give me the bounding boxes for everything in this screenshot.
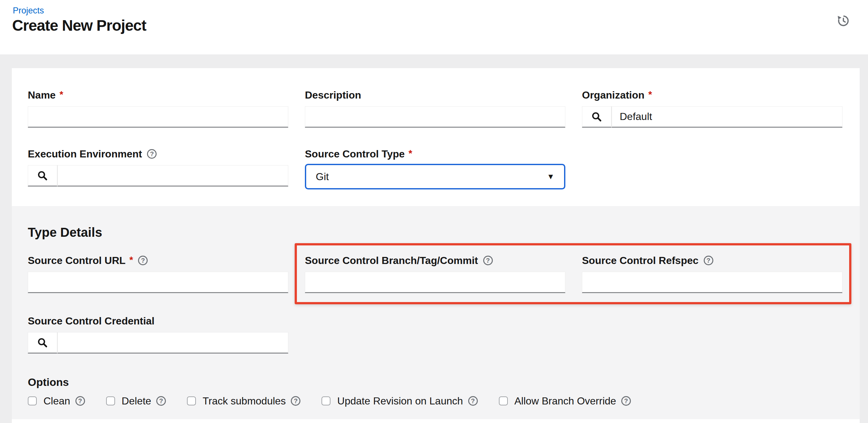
required-asterisk: * bbox=[129, 254, 133, 265]
required-asterisk: * bbox=[408, 148, 412, 159]
source-control-url-field-group: Source Control URL * ? bbox=[28, 255, 288, 293]
page-title: Create New Project bbox=[12, 17, 146, 34]
allow-branch-override-checkbox[interactable] bbox=[499, 396, 508, 405]
source-control-branch-label: Source Control Branch/Tag/Commit bbox=[305, 255, 478, 266]
delete-checkbox[interactable] bbox=[106, 396, 115, 405]
type-details-section: Type Details Source Control URL * ? Sour… bbox=[12, 206, 860, 419]
update-revision-checkbox[interactable] bbox=[321, 396, 331, 405]
search-icon bbox=[37, 337, 48, 348]
form-row-2: Execution Environment ? bbox=[28, 148, 844, 190]
option-track-submodules: Track submodules ? bbox=[187, 395, 301, 407]
help-icon[interactable]: ? bbox=[483, 256, 493, 265]
help-icon[interactable]: ? bbox=[621, 396, 631, 406]
organization-search-button[interactable] bbox=[582, 106, 611, 128]
options-checkbox-row: Clean ? Delete ? Track submodules ? Upda… bbox=[28, 395, 844, 407]
source-control-branch-input[interactable] bbox=[305, 272, 565, 293]
option-clean: Clean ? bbox=[28, 395, 85, 407]
breadcrumb-projects-link[interactable]: Projects bbox=[13, 6, 44, 16]
search-icon bbox=[591, 111, 602, 122]
source-control-refspec-input[interactable] bbox=[582, 272, 842, 293]
source-control-refspec-label: Source Control Refspec bbox=[582, 255, 699, 266]
help-icon[interactable]: ? bbox=[291, 396, 301, 406]
source-control-type-select[interactable]: Git ▼ bbox=[305, 164, 565, 190]
update-revision-label: Update Revision on Launch bbox=[337, 395, 463, 407]
credential-search-button[interactable] bbox=[28, 332, 57, 354]
name-input[interactable] bbox=[28, 106, 288, 128]
source-control-type-field-group: Source Control Type * Git ▼ bbox=[305, 148, 565, 190]
execution-environment-label: Execution Environment bbox=[28, 148, 142, 160]
track-submodules-label: Track submodules bbox=[203, 395, 286, 407]
help-icon[interactable]: ? bbox=[75, 396, 85, 406]
option-allow-branch-override: Allow Branch Override ? bbox=[499, 395, 631, 407]
search-icon bbox=[37, 170, 48, 181]
source-control-type-value: Git bbox=[316, 171, 329, 183]
help-icon[interactable]: ? bbox=[138, 256, 148, 265]
delete-label: Delete bbox=[122, 395, 152, 407]
source-control-url-label: Source Control URL bbox=[28, 255, 126, 266]
allow-branch-override-label: Allow Branch Override bbox=[515, 395, 616, 407]
source-control-credential-input[interactable] bbox=[57, 332, 288, 354]
option-update-revision-on-launch: Update Revision on Launch ? bbox=[321, 395, 477, 407]
execution-environment-input[interactable] bbox=[57, 165, 288, 187]
form-row-1: Name * Description Organization * bbox=[28, 89, 844, 128]
source-control-refspec-field-group: Source Control Refspec ? bbox=[582, 255, 842, 293]
source-control-credential-label: Source Control Credential bbox=[28, 315, 155, 327]
option-delete: Delete ? bbox=[106, 395, 166, 407]
form-row-3: Source Control URL * ? Source Control Br… bbox=[28, 255, 844, 293]
project-form-card: Name * Description Organization * bbox=[12, 68, 860, 423]
execution-environment-search-button[interactable] bbox=[28, 165, 57, 187]
source-control-type-label: Source Control Type bbox=[305, 148, 405, 160]
help-icon[interactable]: ? bbox=[147, 149, 157, 159]
chevron-down-icon: ▼ bbox=[547, 173, 555, 180]
execution-environment-field-group: Execution Environment ? bbox=[28, 148, 288, 187]
required-asterisk: * bbox=[648, 89, 652, 100]
organization-label: Organization bbox=[582, 89, 645, 101]
help-icon[interactable]: ? bbox=[156, 396, 166, 406]
help-icon[interactable]: ? bbox=[704, 256, 713, 265]
history-icon bbox=[837, 14, 850, 28]
source-control-credential-field-group: Source Control Credential bbox=[28, 315, 288, 354]
options-heading: Options bbox=[28, 376, 844, 388]
source-control-url-input[interactable] bbox=[28, 272, 288, 293]
create-project-page: Projects Create New Project Name * bbox=[0, 0, 868, 423]
name-field-group: Name * bbox=[28, 89, 288, 128]
clean-label: Clean bbox=[43, 395, 70, 407]
description-label: Description bbox=[305, 89, 361, 101]
organization-input[interactable] bbox=[611, 106, 842, 128]
organization-field-group: Organization * bbox=[582, 89, 842, 128]
required-asterisk: * bbox=[59, 89, 63, 100]
history-button[interactable] bbox=[837, 14, 850, 28]
name-label: Name bbox=[28, 89, 56, 101]
type-details-heading: Type Details bbox=[28, 225, 844, 239]
help-icon[interactable]: ? bbox=[468, 396, 478, 406]
source-control-branch-field-group: Source Control Branch/Tag/Commit ? bbox=[305, 255, 565, 293]
page-header: Projects Create New Project bbox=[0, 0, 868, 54]
description-field-group: Description bbox=[305, 89, 565, 128]
track-submodules-checkbox[interactable] bbox=[187, 396, 196, 405]
description-input[interactable] bbox=[305, 106, 565, 128]
clean-checkbox[interactable] bbox=[28, 396, 37, 405]
